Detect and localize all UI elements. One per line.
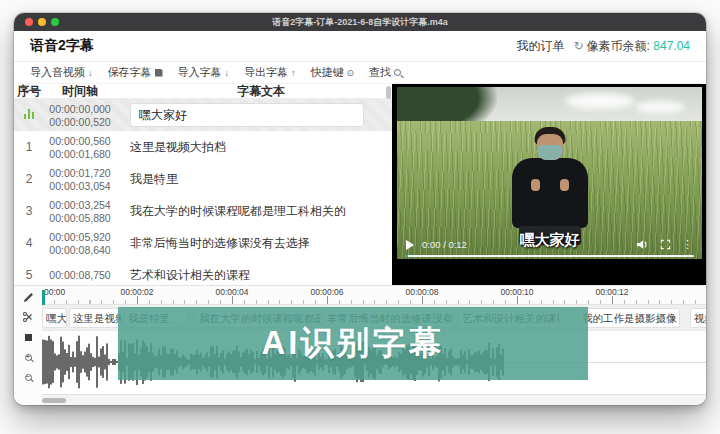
video-time: 0:00 / 0:12: [422, 239, 467, 250]
hscroll-thumb[interactable]: [42, 398, 66, 403]
volume-icon[interactable]: [636, 236, 649, 254]
timeline-subtitle-block[interactable]: 艺术和设计相关的课程: [458, 308, 560, 328]
app-window: 语音2字幕-订单-2021-6-8自学设计字幕.m4a 语音2字幕 我的订单 ↻…: [14, 13, 706, 405]
row-end-time: 00:00:00,520: [44, 116, 116, 128]
video-frame[interactable]: 嘿大家好 0:00 / 0:12 ⋮: [397, 87, 702, 259]
timeline-tools: +−: [14, 286, 42, 405]
row-end-time: 00:00:03,054: [44, 180, 116, 192]
table-rows: 100:00:00,56000:00:01,680这里是视频大拍档200:00:…: [14, 131, 392, 285]
my-orders-link[interactable]: 我的订单: [517, 38, 565, 55]
row-number: 2: [14, 172, 44, 186]
col-header-no: 序号: [14, 84, 44, 100]
person-in-video: [506, 127, 594, 245]
table-header: 序号 时间轴 字幕文本: [14, 84, 392, 99]
fullscreen-icon[interactable]: [660, 236, 671, 254]
row-start-time: 00:00:00,000: [44, 103, 116, 115]
timeline-section: +− 00:0000:00:0200:00:0400:00:0600:00:08…: [14, 285, 706, 405]
waveform-zone[interactable]: [42, 331, 706, 394]
toolbar-item-label: 导出字幕: [244, 65, 288, 80]
timeline-ruler[interactable]: 00:0000:00:0200:00:0400:00:0600:00:0800:…: [42, 286, 706, 305]
row-end-time: 00:00:05,880: [44, 212, 116, 224]
row-text: 非常后悔当时的选修课没有去选择: [116, 235, 392, 252]
toolbar-item[interactable]: 保存字幕: [108, 65, 163, 80]
row-end-time: 00:00:08,640: [44, 244, 116, 256]
timeline-subtitle-block[interactable]: 这里是视频大拍档: [69, 308, 122, 328]
table-row[interactable]: 300:00:03,25400:00:05,880我在大学的时候课程呢都是理工科…: [14, 195, 392, 227]
cloud: [565, 93, 635, 109]
balance-value: 847.04: [653, 39, 690, 53]
subtitle-text-input[interactable]: [130, 103, 364, 127]
toolbar-item-label: 查找: [369, 65, 391, 80]
search-icon: [394, 69, 401, 76]
subtitle-table: 序号 时间轴 字幕文本 00:00:00,000 00:00:00,520: [14, 84, 392, 285]
toolbar-item[interactable]: 快捷键⊙: [311, 65, 355, 80]
timeline-subtitle-block[interactable]: 非常后悔当时的选修课没有去选择: [323, 308, 453, 328]
window-title: 语音2字幕-订单-2021-6-8自学设计字幕.m4a: [14, 16, 706, 29]
row-text: 我在大学的时候课程呢都是理工科相关的: [116, 203, 392, 220]
timeline-subtitle-block[interactable]: 视频剪辑: [690, 308, 706, 328]
block-icon[interactable]: [22, 331, 34, 343]
timeline-content: 00:0000:00:0200:00:0400:00:0600:00:0800:…: [42, 286, 706, 405]
play-button[interactable]: [406, 240, 414, 250]
zoom-in-icon[interactable]: +: [22, 351, 34, 363]
zoom-window-button[interactable]: [51, 18, 59, 26]
timeline-hscroll[interactable]: [42, 394, 706, 405]
playhead[interactable]: [42, 290, 45, 305]
toolbar-item[interactable]: 导出字幕↑: [244, 65, 296, 80]
table-row[interactable]: 400:00:05,92000:00:08,640非常后悔当时的选修课没有去选择: [14, 227, 392, 259]
col-header-text: 字幕文本: [116, 84, 392, 100]
balance-label: 像素币余额:: [587, 39, 650, 53]
row-number: 3: [14, 204, 44, 218]
scissors-icon[interactable]: [22, 311, 34, 323]
table-row-active[interactable]: 00:00:00,000 00:00:00,520: [14, 99, 392, 131]
circle-icon: ⊙: [347, 68, 355, 78]
save-icon: [155, 69, 163, 77]
scrollbar-thumb[interactable]: [386, 86, 391, 99]
col-header-timeline: 时间轴: [44, 84, 116, 100]
row-text: 我是特里: [116, 171, 392, 188]
row-start-time: 00:00:05,920: [44, 231, 116, 243]
traffic-lights: [25, 18, 59, 26]
minimize-window-button[interactable]: [38, 18, 46, 26]
pencil-icon[interactable]: [22, 291, 34, 303]
refresh-balance-icon[interactable]: ↻: [574, 39, 584, 53]
video-panel: 嘿大家好 0:00 / 0:12 ⋮: [392, 84, 706, 285]
table-vertical-scrollbar[interactable]: [385, 84, 392, 285]
arrow-down-icon: ↓: [225, 68, 230, 78]
playing-equalizer-icon: [24, 109, 35, 119]
row-start-time: 00:00:08,750: [44, 269, 116, 281]
arrow-up-icon: ↑: [291, 68, 296, 78]
toolbar-item-label: 导入音视频: [30, 65, 85, 80]
app-header: 语音2字幕 我的订单 ↻ 像素币余额: 847.04: [14, 31, 706, 62]
row-number: 1: [14, 140, 44, 154]
table-row[interactable]: 500:00:08,750艺术和设计相关的课程: [14, 259, 392, 285]
face-mask: [537, 145, 562, 160]
ruler-labels: 00:0000:00:0200:00:0400:00:0600:00:0800:…: [42, 287, 706, 296]
subtitle-blocks-track: 嘿大家好这里是视频大拍档我是特里我在大学的时候课程呢都是理工科相关的非常后悔当时…: [42, 305, 706, 331]
waveform[interactable]: [42, 331, 706, 394]
arrow-down-icon: ↓: [88, 68, 93, 78]
more-options-icon[interactable]: ⋮: [682, 239, 693, 250]
row-start-time: 00:00:03,254: [44, 199, 116, 211]
toolbar-item[interactable]: 导入字幕↓: [178, 65, 230, 80]
timeline-subtitle-block[interactable]: 我在大学的时候课程呢都是理工科相关的: [195, 308, 321, 328]
toolbar-item-label: 导入字幕: [178, 65, 222, 80]
close-window-button[interactable]: [25, 18, 33, 26]
video-progress-bar[interactable]: [405, 255, 694, 258]
row-text: 这里是视频大拍档: [116, 139, 392, 156]
table-row[interactable]: 100:00:00,56000:00:01,680这里是视频大拍档: [14, 131, 392, 163]
ruler-ticks: [42, 296, 706, 304]
row-end-time: 00:00:01,680: [44, 148, 116, 160]
zoom-out-icon[interactable]: −: [22, 371, 34, 383]
row-start-time: 00:00:00,560: [44, 135, 116, 147]
toolbar-item-label: 保存字幕: [108, 65, 152, 80]
row-number: 4: [14, 236, 44, 250]
timeline-subtitle-block[interactable]: 我的工作是摄影摄像: [578, 308, 680, 328]
row-start-time: 00:00:01,720: [44, 167, 116, 179]
timeline-subtitle-block[interactable]: 我是特里: [124, 308, 188, 328]
timeline-subtitle-block[interactable]: 嘿大家好: [42, 308, 67, 328]
row-number: 5: [14, 268, 44, 282]
toolbar-item[interactable]: 查找: [369, 65, 401, 80]
toolbar-item[interactable]: 导入音视频↓: [30, 65, 93, 80]
table-row[interactable]: 200:00:01,72000:00:03,054我是特里: [14, 163, 392, 195]
